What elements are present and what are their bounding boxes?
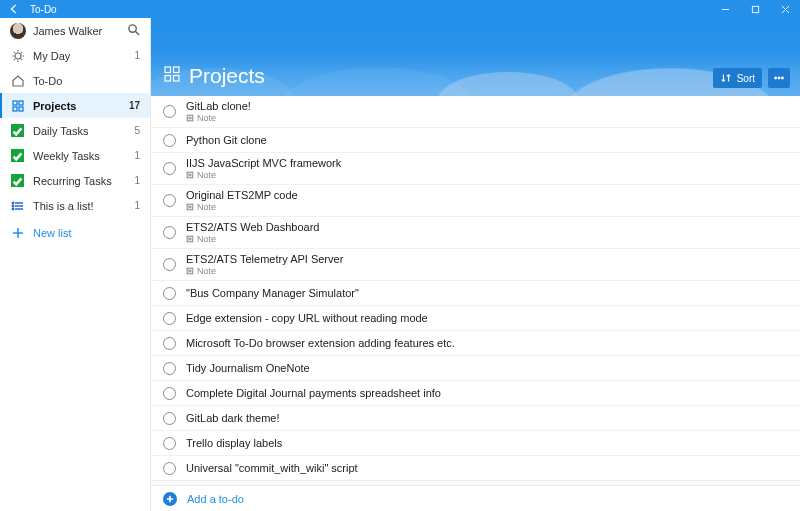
task-row[interactable]: Tidy Journalism OneNote [151,356,800,381]
task-checkbox[interactable] [163,194,176,207]
sidebar-item-daily-tasks[interactable]: Daily Tasks 5 [0,118,150,143]
avatar [10,23,26,39]
task-row[interactable]: ETS2/ATS Telemetry API ServerNote [151,249,800,281]
task-checkbox[interactable] [163,362,176,375]
svg-rect-0 [752,6,758,12]
sidebar-item-label: Daily Tasks [33,125,130,137]
task-title: Universal "commit_with_wiki" script [186,462,358,474]
sidebar-item-weekly-tasks[interactable]: Weekly Tasks 1 [0,143,150,168]
task-title: Microsoft To-Do browser extension adding… [186,337,455,349]
task-title: GitLab clone! [186,100,251,112]
task-row[interactable]: Original ETS2MP codeNote [151,185,800,217]
task-list[interactable]: GitLab clone!NotePython Git cloneIIJS Ja… [151,96,800,485]
task-checkbox[interactable] [163,462,176,475]
task-title: ETS2/ATS Telemetry API Server [186,253,343,265]
ellipsis-icon [773,72,785,84]
task-checkbox[interactable] [163,387,176,400]
profile-row[interactable]: James Walker [0,18,150,43]
svg-point-9 [12,208,13,209]
task-checkbox[interactable] [163,258,176,271]
task-title: GitLab dark theme! [186,412,280,424]
sidebar-item-label: Recurring Tasks [33,175,130,187]
sidebar-item-projects[interactable]: Projects 17 [0,93,150,118]
task-checkbox[interactable] [163,312,176,325]
new-list-button[interactable]: New list [0,220,150,245]
search-icon[interactable] [127,22,140,40]
task-checkbox[interactable] [163,105,176,118]
task-note-indicator: Note [186,234,320,244]
window-close-button[interactable] [770,0,800,18]
window-maximize-button[interactable] [740,0,770,18]
svg-rect-4 [19,101,23,105]
note-icon [186,114,194,122]
task-row[interactable]: ETS2/ATS Web DashboardNote [151,217,800,249]
sidebar-item-todo[interactable]: To-Do [0,68,150,93]
svg-point-14 [775,77,777,79]
task-row[interactable]: IIJS JavaScript MVC frameworkNote [151,153,800,185]
svg-rect-10 [165,67,171,73]
sidebar-item-count: 1 [134,150,140,161]
sidebar-item-count: 1 [134,50,140,61]
sidebar-item-this-is-a-list[interactable]: This is a list! 1 [0,193,150,218]
task-title: Original ETS2MP code [186,189,298,201]
sidebar-item-count: 17 [129,100,140,111]
task-title: "Bus Company Manager Simulator" [186,287,359,299]
sidebar-item-label: To-Do [33,75,136,87]
sort-button[interactable]: Sort [713,68,762,88]
sort-label: Sort [737,73,755,84]
svg-point-16 [782,77,784,79]
task-row[interactable]: Trello display labels [151,431,800,456]
sun-icon [10,48,25,63]
sidebar-nav: My Day 1 To-Do Projects 17 [0,43,150,218]
sort-icon [720,72,732,84]
sidebar-item-recurring-tasks[interactable]: Recurring Tasks 1 [0,168,150,193]
back-button[interactable] [0,0,28,18]
svg-point-2 [15,53,21,59]
svg-rect-5 [13,107,17,111]
task-checkbox[interactable] [163,287,176,300]
new-list-label: New list [33,227,72,239]
task-row[interactable]: Microsoft To-Do browser extension adding… [151,331,800,356]
window-minimize-button[interactable] [710,0,740,18]
sidebar-item-count: 5 [134,125,140,136]
task-checkbox[interactable] [163,162,176,175]
sidebar-item-label: Projects [33,100,125,112]
sidebar-item-my-day[interactable]: My Day 1 [0,43,150,68]
checkbox-icon [10,123,25,138]
task-row[interactable]: "Bus Company Manager Simulator" [151,281,800,306]
add-task-placeholder: Add a to-do [187,493,244,505]
grid-icon [163,65,181,87]
more-options-button[interactable] [768,68,790,88]
title-bar: To-Do [0,0,800,18]
svg-point-15 [778,77,780,79]
task-row[interactable]: Python Git clone [151,128,800,153]
task-row[interactable]: Edge extension - copy URL without readin… [151,306,800,331]
task-title: IIJS JavaScript MVC framework [186,157,341,169]
grid-icon [10,98,25,113]
svg-rect-19 [187,204,193,210]
task-checkbox[interactable] [163,134,176,147]
note-icon [186,171,194,179]
svg-rect-18 [187,172,193,178]
task-title: Tidy Journalism OneNote [186,362,310,374]
note-icon [186,203,194,211]
task-row[interactable]: GitLab clone!Note [151,96,800,128]
task-checkbox[interactable] [163,337,176,350]
task-row[interactable]: Universal "commit_with_wiki" script [151,456,800,481]
add-task-row[interactable]: Add a to-do [151,485,800,511]
task-checkbox[interactable] [163,412,176,425]
task-row[interactable]: Complete Digital Journal payments spread… [151,381,800,406]
task-row[interactable]: GitLab dark theme! [151,406,800,431]
profile-name: James Walker [33,25,127,37]
task-title: Edge extension - copy URL without readin… [186,312,428,324]
task-title: ETS2/ATS Web Dashboard [186,221,320,233]
svg-point-1 [129,24,136,31]
svg-rect-6 [19,107,23,111]
task-checkbox[interactable] [163,437,176,450]
list-title: Projects [189,64,265,88]
svg-rect-13 [174,76,180,82]
task-title: Trello display labels [186,437,282,449]
svg-point-7 [12,202,13,203]
svg-rect-12 [165,76,171,82]
task-checkbox[interactable] [163,226,176,239]
